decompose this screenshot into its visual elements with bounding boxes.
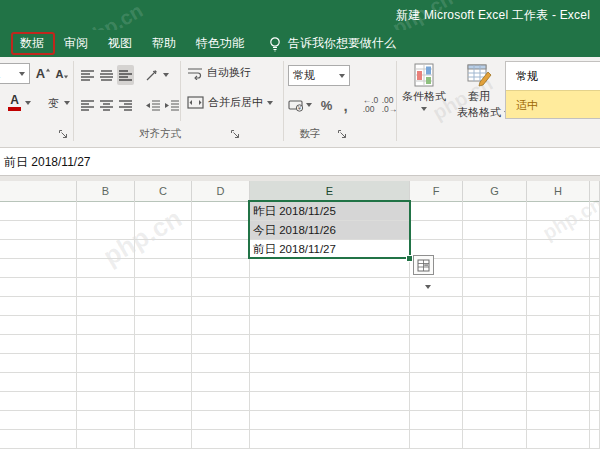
- cell[interactable]: [410, 392, 463, 411]
- cell[interactable]: [527, 335, 590, 354]
- cell[interactable]: [410, 354, 463, 373]
- phonetic-guide-button[interactable]: 变: [45, 93, 62, 113]
- percent-style-icon[interactable]: %: [318, 95, 335, 115]
- cell[interactable]: [410, 202, 463, 221]
- font-dialog-launcher[interactable]: [58, 129, 69, 140]
- font-size-combo[interactable]: 11: [0, 63, 30, 84]
- orientation-dropdown[interactable]: [163, 73, 169, 77]
- tab-special-features[interactable]: 特色功能: [186, 30, 254, 57]
- cell[interactable]: [463, 278, 527, 297]
- cell[interactable]: [410, 316, 463, 335]
- cell[interactable]: [192, 335, 250, 354]
- number-dialog-launcher[interactable]: [337, 129, 348, 140]
- cell[interactable]: [250, 259, 410, 278]
- column-header-cropped[interactable]: [0, 181, 77, 202]
- cell[interactable]: [463, 392, 527, 411]
- cell[interactable]: [135, 411, 192, 430]
- column-header-E[interactable]: E: [250, 181, 410, 202]
- cell[interactable]: [590, 316, 600, 335]
- cell[interactable]: [135, 373, 192, 392]
- cell[interactable]: [135, 240, 192, 259]
- cell[interactable]: [0, 297, 77, 316]
- cell-E1[interactable]: 昨日 2018/11/25: [250, 202, 410, 221]
- cell[interactable]: [77, 411, 135, 430]
- cell[interactable]: [463, 259, 527, 278]
- fill-handle[interactable]: [406, 255, 413, 262]
- font-color-button[interactable]: A: [6, 93, 23, 113]
- cell[interactable]: [192, 392, 250, 411]
- cell[interactable]: [0, 430, 77, 449]
- cell[interactable]: [0, 259, 77, 278]
- cell[interactable]: [77, 278, 135, 297]
- decrease-font-size-button[interactable]: A: [54, 64, 71, 84]
- column-header-F[interactable]: F: [410, 181, 463, 202]
- cell[interactable]: [192, 354, 250, 373]
- align-left-icon[interactable]: [79, 95, 96, 115]
- cell[interactable]: [250, 392, 410, 411]
- cell[interactable]: [77, 316, 135, 335]
- accounting-format-icon[interactable]: ¥: [287, 95, 304, 115]
- tell-me-search[interactable]: 告诉我你想要做什么: [268, 35, 396, 52]
- cell[interactable]: [590, 411, 600, 430]
- cell[interactable]: [410, 411, 463, 430]
- align-top-icon[interactable]: [79, 65, 96, 85]
- cell[interactable]: [77, 240, 135, 259]
- cell[interactable]: [410, 335, 463, 354]
- cell[interactable]: [527, 316, 590, 335]
- increase-indent-icon[interactable]: [163, 95, 180, 115]
- cell[interactable]: [590, 430, 600, 449]
- cell[interactable]: [77, 202, 135, 221]
- cell[interactable]: [77, 392, 135, 411]
- number-format-combo[interactable]: 常规: [288, 65, 350, 86]
- cell[interactable]: [135, 430, 192, 449]
- cell[interactable]: [192, 316, 250, 335]
- cell[interactable]: [192, 297, 250, 316]
- cell[interactable]: [590, 354, 600, 373]
- cell[interactable]: [527, 278, 590, 297]
- cell[interactable]: [0, 221, 77, 240]
- cell[interactable]: [77, 259, 135, 278]
- cell[interactable]: [250, 297, 410, 316]
- cell[interactable]: [192, 430, 250, 449]
- column-header-G[interactable]: G: [463, 181, 527, 202]
- cell[interactable]: [250, 335, 410, 354]
- cell[interactable]: [192, 202, 250, 221]
- cell[interactable]: [192, 278, 250, 297]
- format-as-table-button[interactable]: 套用 表格格式: [452, 62, 506, 120]
- cell[interactable]: [527, 411, 590, 430]
- cell[interactable]: [0, 202, 77, 221]
- conditional-formatting-button[interactable]: 条件格式: [398, 62, 450, 111]
- decrease-indent-icon[interactable]: [144, 95, 161, 115]
- tab-help[interactable]: 帮助: [142, 30, 186, 57]
- cell[interactable]: [135, 297, 192, 316]
- cell[interactable]: [410, 221, 463, 240]
- cell[interactable]: [590, 202, 600, 221]
- merge-center-dropdown[interactable]: [267, 101, 273, 105]
- cell[interactable]: [135, 316, 192, 335]
- cell[interactable]: [527, 240, 590, 259]
- cell[interactable]: [135, 202, 192, 221]
- cell[interactable]: [135, 335, 192, 354]
- cell[interactable]: [135, 278, 192, 297]
- align-center-icon[interactable]: [98, 95, 115, 115]
- cell[interactable]: [527, 392, 590, 411]
- tab-review[interactable]: 审阅: [54, 30, 98, 57]
- cell[interactable]: [527, 259, 590, 278]
- cell[interactable]: [135, 259, 192, 278]
- cell[interactable]: [77, 297, 135, 316]
- increase-decimal-icon[interactable]: ←.0.00: [362, 95, 379, 115]
- cell[interactable]: [77, 430, 135, 449]
- cell[interactable]: [250, 373, 410, 392]
- cell[interactable]: [590, 221, 600, 240]
- cell[interactable]: [590, 240, 600, 259]
- cell[interactable]: [590, 335, 600, 354]
- cell[interactable]: [463, 221, 527, 240]
- autofill-options-button[interactable]: [413, 255, 435, 281]
- phonetic-dropdown[interactable]: [64, 101, 70, 105]
- column-header-H[interactable]: H: [527, 181, 590, 202]
- cell[interactable]: [77, 373, 135, 392]
- cell-E2[interactable]: 今日 2018/11/26: [250, 221, 410, 240]
- cell[interactable]: [135, 221, 192, 240]
- cell[interactable]: [192, 373, 250, 392]
- cell[interactable]: [463, 411, 527, 430]
